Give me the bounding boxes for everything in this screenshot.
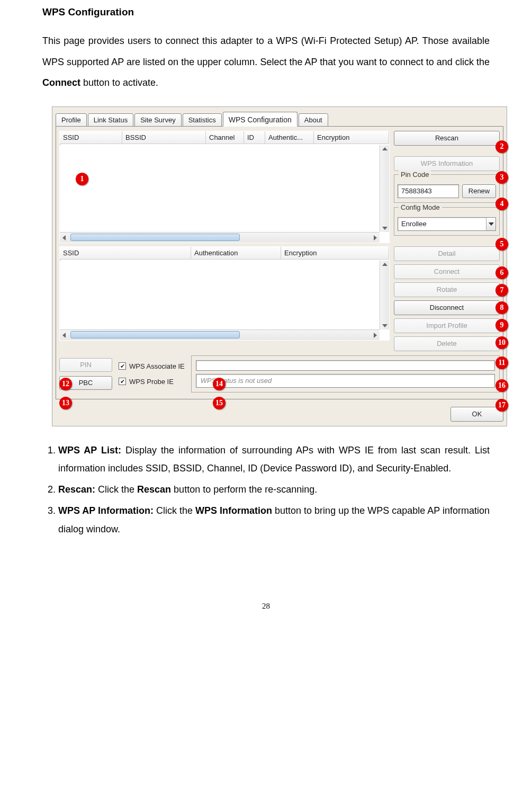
note-item-1: WPS AP List: Display the information of …: [58, 441, 490, 477]
notes-list: WPS AP List: Display the information of …: [42, 441, 490, 538]
disconnect-button[interactable]: Disconnect: [394, 300, 500, 315]
rescan-button[interactable]: Rescan: [394, 131, 500, 146]
pin-code-label: Pin Code: [399, 171, 431, 179]
renew-button[interactable]: Renew: [462, 184, 496, 198]
col-bssid[interactable]: BSSID: [122, 131, 206, 144]
ok-button[interactable]: OK: [450, 407, 503, 422]
intro-paragraph: This page provides users to connect this…: [42, 31, 490, 94]
pcol-enc[interactable]: Encryption: [281, 247, 389, 259]
intro-bold: Connect: [42, 77, 80, 88]
callout-5: 5: [495, 238, 508, 251]
callout-6: 6: [495, 266, 508, 279]
wps-associate-ie-label: WPS Associate IE: [129, 362, 185, 370]
config-mode-label: Config Mode: [399, 203, 442, 211]
wps-probe-ie-label: WPS Probe IE: [129, 378, 174, 386]
tab-wps[interactable]: WPS Configuration: [223, 112, 297, 127]
intro-text-2: button to activate.: [80, 77, 158, 88]
pin-code-input[interactable]: 75883843: [398, 184, 459, 198]
wps-ap-list[interactable]: SSID BSSID Channel ID Authentic... Encry…: [59, 131, 390, 243]
import-profile-button[interactable]: Import Profile: [394, 318, 500, 333]
wps-associate-ie-check[interactable]: ✔ WPS Associate IE: [119, 362, 185, 370]
callout-12: 12: [59, 378, 72, 390]
callout-16: 16: [495, 379, 508, 392]
col-auth[interactable]: Authentic...: [265, 131, 314, 144]
col-id[interactable]: ID: [244, 131, 265, 144]
callout-13: 13: [59, 397, 72, 409]
ap-list-body[interactable]: [60, 145, 380, 232]
config-mode-select[interactable]: Enrollee: [398, 217, 496, 231]
callout-7: 7: [495, 284, 508, 297]
tab-about[interactable]: About: [299, 113, 328, 127]
pcol-ssid[interactable]: SSID: [60, 247, 191, 259]
wps-information-button[interactable]: WPS Information: [394, 156, 500, 171]
note-item-3: WPS AP Information: Click the WPS Inform…: [58, 502, 490, 538]
col-ssid[interactable]: SSID: [60, 131, 122, 144]
callout-8: 8: [495, 301, 508, 314]
note-3-label: WPS AP Information:: [58, 505, 154, 516]
note-item-2: Rescan: Click the Rescan button to perfo…: [58, 480, 490, 498]
pin-code-group: Pin Code 75883843 Renew: [394, 174, 500, 203]
page-number: 28: [42, 602, 490, 611]
note-3-bold: WPS Information: [195, 505, 272, 516]
status-group: WPS status is not used: [191, 355, 500, 392]
intro-text-1: This page provides users to connect this…: [42, 35, 490, 67]
col-enc[interactable]: Encryption: [314, 131, 389, 144]
config-mode-value: Enrollee: [401, 220, 427, 228]
note-1-label: WPS AP List:: [58, 445, 121, 456]
callout-9: 9: [495, 319, 508, 332]
delete-button[interactable]: Delete: [394, 336, 500, 351]
tab-link-status[interactable]: Link Status: [88, 113, 133, 127]
callout-17: 17: [495, 399, 508, 412]
checkbox-icon: ✔: [119, 362, 126, 370]
note-1-text: Display the information of surrounding A…: [58, 445, 490, 474]
section-title: WPS Configuration: [42, 6, 490, 18]
tab-statistics[interactable]: Statistics: [183, 113, 222, 127]
rotate-button[interactable]: Rotate: [394, 282, 500, 297]
tab-site-survey[interactable]: Site Survey: [134, 113, 181, 127]
profile-list-hscroll[interactable]: [60, 329, 380, 340]
connect-button[interactable]: Connect: [394, 264, 500, 279]
note-2-label: Rescan:: [58, 484, 95, 495]
wps-dialog: Profile Link Status Site Survey Statisti…: [52, 106, 507, 426]
wps-status-input[interactable]: WPS status is not used: [196, 374, 495, 388]
tab-bar: Profile Link Status Site Survey Statisti…: [52, 107, 507, 126]
callout-2: 2: [495, 140, 508, 153]
note-2-text1: Click the: [95, 484, 137, 495]
tab-profile[interactable]: Profile: [56, 113, 87, 127]
pcol-auth[interactable]: Authentication: [191, 247, 281, 259]
chevron-down-icon: [486, 218, 495, 230]
callout-3: 3: [495, 171, 508, 184]
wps-profile-list[interactable]: SSID Authentication Encryption: [59, 246, 390, 341]
callout-4: 4: [495, 198, 508, 210]
wps-probe-ie-check[interactable]: ✔ WPS Probe IE: [119, 378, 185, 386]
progress-bar: [196, 360, 495, 371]
note-3-text1: Click the: [154, 505, 195, 516]
detail-button[interactable]: Detail: [394, 246, 500, 261]
callout-10: 10: [495, 336, 508, 349]
note-2-bold: Rescan: [137, 484, 171, 495]
callout-15: 15: [213, 397, 226, 409]
callout-1: 1: [76, 173, 88, 185]
wps-panel: SSID BSSID Channel ID Authentic... Encry…: [56, 126, 503, 399]
pin-button[interactable]: PIN: [59, 358, 112, 372]
ap-list-vscroll[interactable]: [380, 145, 389, 232]
config-mode-group: Config Mode Enrollee: [394, 207, 500, 236]
callout-11: 11: [495, 356, 508, 369]
note-2-text2: button to perform the re-scanning.: [171, 484, 317, 495]
checkbox-icon: ✔: [119, 378, 126, 385]
callout-14: 14: [213, 378, 226, 390]
col-channel[interactable]: Channel: [206, 131, 244, 144]
profile-list-vscroll[interactable]: [380, 261, 389, 329]
ap-list-hscroll[interactable]: [60, 232, 380, 243]
profile-list-body[interactable]: [60, 261, 380, 329]
